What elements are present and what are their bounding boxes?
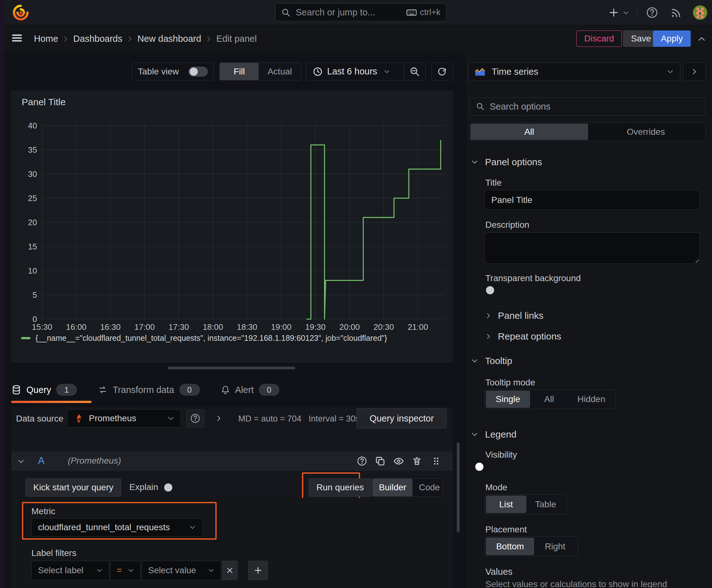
tooltip-title: Tooltip <box>485 356 512 366</box>
add-icon[interactable] <box>608 7 619 18</box>
time-range-picker[interactable]: Last 6 hours <box>306 63 404 80</box>
collapse-chevron-down-icon[interactable] <box>18 458 24 465</box>
svg-text:30: 30 <box>28 169 37 179</box>
tab-all[interactable]: All <box>471 124 588 140</box>
run-queries-button[interactable]: Run queries <box>308 478 372 497</box>
grafana-logo[interactable] <box>12 4 29 21</box>
collapse-options-button[interactable] <box>683 63 706 81</box>
database-icon <box>11 384 21 395</box>
chevron-down-icon <box>167 415 174 422</box>
repeat-options-title: Repeat options <box>498 331 561 342</box>
duplicate-icon[interactable] <box>375 456 386 466</box>
resize-handle[interactable] <box>693 257 698 262</box>
title-input[interactable]: Panel Title <box>485 190 700 210</box>
query-help-icon[interactable] <box>357 456 367 466</box>
query-inspector-button[interactable]: Query inspector <box>357 408 447 428</box>
search-input[interactable]: Search or jump to... ctrl+k <box>275 3 447 21</box>
svg-text:35: 35 <box>28 145 37 154</box>
vertical-scrollbar[interactable] <box>457 442 459 532</box>
operator-dropdown[interactable]: = <box>110 561 141 580</box>
menu-icon[interactable] <box>11 33 23 44</box>
alert-count-badge: 0 <box>259 384 279 396</box>
collapse-chevron-up-icon[interactable] <box>697 35 706 43</box>
horizontal-scrollbar[interactable] <box>168 366 295 370</box>
chart-legend[interactable]: {__name__="cloudflared_tunnel_total_requ… <box>21 334 387 343</box>
tooltip-hidden-option[interactable]: Hidden <box>568 391 614 407</box>
label-filters-label: Label filters <box>31 548 76 558</box>
panel-options-title: Panel options <box>485 157 542 167</box>
expand-chevron-right-icon[interactable] <box>215 415 222 422</box>
table-view-toggle[interactable] <box>188 67 208 77</box>
metric-highlight: Metric cloudflared_tunnel_total_requests <box>22 502 217 540</box>
tab-query[interactable]: Query 1 <box>11 384 84 396</box>
tooltip-single-option[interactable]: Single <box>486 391 530 407</box>
hide-query-eye-icon[interactable] <box>393 456 404 466</box>
data-source-value: Prometheus <box>89 413 136 423</box>
mode-table-option[interactable]: Table <box>526 496 565 512</box>
news-icon[interactable] <box>670 6 683 19</box>
mode-list-option[interactable]: List <box>486 496 526 512</box>
breadcrumb: Home Dashboards New dashboard Edit panel <box>34 25 257 52</box>
avatar[interactable] <box>693 5 707 20</box>
query-editor-card: Data source Prometheus MD = auto = 704 I… <box>11 407 453 588</box>
select-value-dropdown[interactable]: Select value <box>142 561 221 580</box>
chevron-right-icon <box>486 313 492 319</box>
svg-text:21:00: 21:00 <box>408 322 428 332</box>
time-series-chart[interactable]: 051015202530354015:3016:0016:3017:0017:3… <box>18 118 451 338</box>
topbar-divider <box>637 6 637 19</box>
tab-alert-label: Alert <box>235 385 254 395</box>
legend-label: {__name__="cloudflared_tunnel_total_requ… <box>36 334 387 343</box>
metric-select[interactable]: cloudflared_tunnel_total_requests <box>31 518 202 537</box>
panel-links-header[interactable]: Panel links <box>486 309 543 323</box>
chevron-down-icon <box>471 159 478 166</box>
placement-bottom-option[interactable]: Bottom <box>486 538 534 555</box>
delete-query-trash-icon[interactable] <box>412 456 422 466</box>
tab-overrides[interactable]: Overrides <box>588 124 705 140</box>
add-filter-button[interactable] <box>248 561 268 580</box>
zoom-out-button[interactable] <box>404 63 425 80</box>
repeat-options-header[interactable]: Repeat options <box>486 329 561 344</box>
apply-button[interactable]: Apply <box>653 30 691 47</box>
remove-filter-button[interactable] <box>222 561 238 580</box>
panel-links-title: Panel links <box>498 310 543 321</box>
tab-transform[interactable]: Transform data 0 <box>84 384 208 396</box>
breadcrumb-home[interactable]: Home <box>34 34 58 44</box>
placement-right-option[interactable]: Right <box>534 538 576 555</box>
tooltip-all-option[interactable]: All <box>530 391 568 407</box>
refresh-button[interactable] <box>431 63 453 80</box>
svg-text:15:30: 15:30 <box>32 322 52 332</box>
zoom-out-icon <box>409 66 420 77</box>
panel-options-header[interactable]: Panel options <box>471 157 542 167</box>
svg-text:10: 10 <box>28 266 37 275</box>
tooltip-header[interactable]: Tooltip <box>471 356 512 366</box>
mode-label: Mode <box>486 482 507 492</box>
breadcrumb-new-dashboard[interactable]: New dashboard <box>137 34 201 44</box>
data-source-label: Data source <box>16 414 63 424</box>
query-row-header[interactable]: A (Prometheus) <box>11 451 453 471</box>
refresh-icon <box>437 66 447 77</box>
tab-alert[interactable]: Alert 0 <box>208 384 280 396</box>
breadcrumb-dashboards[interactable]: Dashboards <box>73 34 122 44</box>
datasource-help-button[interactable] <box>186 409 204 427</box>
help-icon[interactable] <box>646 6 658 19</box>
discard-button[interactable]: Discard <box>576 30 622 47</box>
close-icon <box>226 567 234 574</box>
visualization-picker[interactable]: Time series <box>468 63 680 81</box>
builder-code-segmented: Builder Code <box>372 478 443 497</box>
kickstart-query-button[interactable]: Kick start your query <box>25 478 121 497</box>
table-view-control: Table view <box>132 63 214 80</box>
description-textarea[interactable] <box>485 232 700 264</box>
divider <box>692 33 692 45</box>
chevron-right-icon <box>63 36 69 42</box>
builder-option[interactable]: Builder <box>373 479 412 496</box>
select-value-placeholder: Select value <box>148 565 196 575</box>
search-options-input[interactable]: Search options <box>469 97 706 115</box>
fill-option[interactable]: Fill <box>220 63 259 80</box>
add-chevron-down-icon[interactable] <box>623 10 629 16</box>
actual-option[interactable]: Actual <box>259 63 301 80</box>
drag-handle-icon[interactable] <box>431 456 441 466</box>
code-option[interactable]: Code <box>412 479 443 496</box>
data-source-picker[interactable]: Prometheus <box>67 409 181 427</box>
select-label-dropdown[interactable]: Select label <box>31 561 109 580</box>
legend-header[interactable]: Legend <box>471 429 516 440</box>
